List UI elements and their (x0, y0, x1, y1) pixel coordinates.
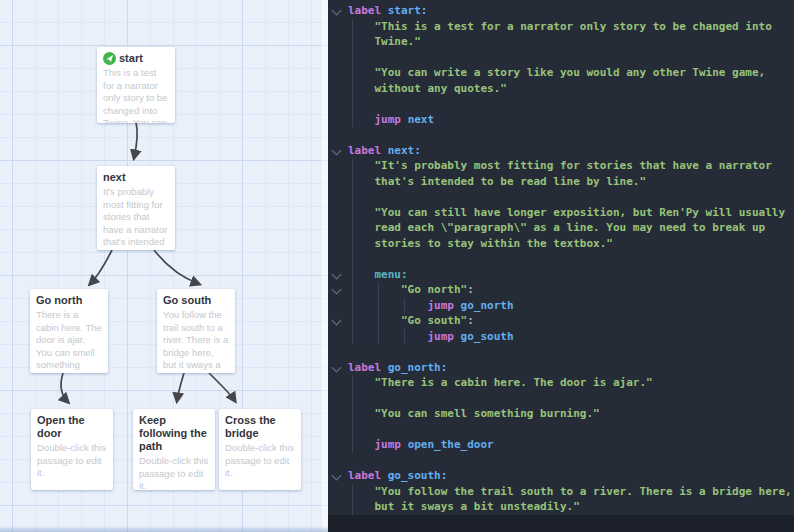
link-arrow-go-south-to-cross-the-bridge (209, 373, 235, 401)
indent-guide (352, 189, 353, 205)
code-line[interactable] (328, 391, 794, 407)
passage-title: next (103, 171, 169, 184)
indent-guide (352, 282, 353, 298)
code-line[interactable]: menu: (328, 267, 794, 283)
code-token-keyword: label (348, 361, 388, 374)
indent-guide (352, 484, 353, 500)
passage-title-text: next (103, 171, 126, 184)
code-line[interactable] (328, 127, 794, 143)
code-token-plain (348, 283, 401, 296)
fold-chevron-icon[interactable] (332, 285, 342, 295)
code-token-string: "This is a test for a narrator only stor… (348, 20, 772, 33)
code-token-string: "You follow the trail south to a river. … (348, 485, 792, 498)
passage-excerpt: Double-click this passage to edit it. (225, 442, 295, 480)
code-token-name: go_north (461, 299, 514, 312)
passage-excerpt: It's probably most fitting for stories t… (103, 186, 169, 249)
indent-guide (352, 50, 353, 66)
code-line[interactable] (328, 422, 794, 438)
code-line[interactable]: without any quotes." (328, 81, 794, 97)
code-line[interactable]: stories to stay within the textbox." (328, 236, 794, 252)
fold-chevron-icon[interactable] (332, 145, 342, 155)
passage-title-text: Open the door (37, 414, 107, 440)
code-line[interactable] (328, 50, 794, 66)
indent-guide (352, 174, 353, 190)
code-token-menu: menu: (375, 268, 408, 281)
indent-guide (352, 96, 353, 112)
code-token-plain (348, 330, 427, 343)
fold-chevron-icon[interactable] (332, 471, 342, 481)
code-line[interactable]: "You can smell something burning." (328, 406, 794, 422)
fold-chevron-icon[interactable] (332, 316, 342, 326)
code-line[interactable]: jump go_south (328, 329, 794, 345)
indent-guide (404, 329, 405, 345)
code-line[interactable] (328, 189, 794, 205)
indent-guide (352, 81, 353, 97)
code-line[interactable]: but it sways a bit unsteadily." (328, 499, 794, 515)
code-line[interactable]: label go_south: (328, 468, 794, 484)
code-token-string: stories to stay within the textbox." (348, 237, 613, 250)
code-line[interactable]: label go_north: (328, 360, 794, 376)
code-line[interactable]: "You can still have longer exposition, b… (328, 205, 794, 221)
code-line[interactable]: "This is a test for a narrator only stor… (328, 19, 794, 35)
code-line[interactable]: label start: (328, 3, 794, 19)
code-line[interactable]: jump open_the_door (328, 437, 794, 453)
code-line[interactable] (328, 251, 794, 267)
fold-chevron-icon[interactable] (332, 269, 342, 279)
code-line[interactable]: "You follow the trail south to a river. … (328, 484, 794, 500)
code-line[interactable]: read each \"paragraph\" as a line. You m… (328, 220, 794, 236)
fold-chevron-icon[interactable] (332, 6, 342, 16)
passage-excerpt: You follow the trail south to a river. T… (163, 309, 229, 373)
passage-node-open-the-door[interactable]: Open the doorDouble-click this passage t… (31, 409, 113, 490)
link-arrow-start-to-next (134, 122, 137, 158)
code-line[interactable]: Twine." (328, 34, 794, 50)
code-line[interactable]: "Go north": (328, 282, 794, 298)
indent-guide (352, 422, 353, 438)
indent-guide (404, 298, 405, 314)
passage-title: Go north (36, 294, 102, 307)
code-text-area[interactable]: label start: "This is a test for a narra… (328, 3, 794, 515)
code-token-string: "You can smell something burning." (348, 407, 600, 420)
code-token-keyword: label (348, 469, 388, 482)
passage-node-keep-following-the-path[interactable]: Keep following the pathDouble-click this… (133, 409, 215, 490)
passage-title-text: Go south (163, 294, 211, 307)
code-token-keyword: label (348, 4, 388, 17)
code-token-string: but it sways a bit unsteadily." (348, 500, 580, 513)
passage-title: Keep following the path (139, 414, 209, 453)
code-line[interactable] (328, 453, 794, 469)
passage-node-start[interactable]: startThis is a test for a narrator only … (97, 47, 175, 123)
indent-guide (352, 499, 353, 515)
passage-title: Go south (163, 294, 229, 307)
story-map-panel[interactable]: startThis is a test for a narrator only … (0, 0, 328, 532)
indent-guide (352, 406, 353, 422)
code-line[interactable]: label next: (328, 143, 794, 159)
code-line[interactable]: "Go south": (328, 313, 794, 329)
code-line[interactable]: "You can write a story like you would an… (328, 65, 794, 81)
passage-title: Open the door (37, 414, 107, 440)
code-token-keyword: label (348, 144, 388, 157)
indent-guide (352, 329, 353, 345)
start-rocket-icon (103, 52, 116, 65)
passage-node-next[interactable]: nextIt's probably most fitting for stori… (97, 166, 175, 250)
passage-excerpt: There is a cabin here. The door is ajar.… (36, 309, 102, 372)
code-line[interactable] (328, 344, 794, 360)
indent-guide (352, 298, 353, 314)
code-line[interactable] (328, 96, 794, 112)
code-token-string: read each \"paragraph\" as a line. You m… (348, 221, 765, 234)
editor-horizontal-scrollbar[interactable] (328, 515, 794, 532)
passage-node-cross-the-bridge[interactable]: Cross the bridgeDouble-click this passag… (219, 409, 301, 490)
code-line[interactable]: "It's probably most fitting for stories … (328, 158, 794, 174)
passage-node-go-south[interactable]: Go southYou follow the trail south to a … (157, 289, 235, 373)
code-line[interactable]: that's intended to be read line by line.… (328, 174, 794, 190)
code-line[interactable]: jump next (328, 112, 794, 128)
code-token-plain: : (467, 283, 474, 296)
indent-guide (352, 158, 353, 174)
code-token-string: "You can still have longer exposition, b… (348, 206, 785, 219)
code-token-string: that's intended to be read line by line.… (348, 175, 646, 188)
code-token-keyword: jump (375, 438, 408, 451)
indent-guide (352, 267, 353, 283)
passage-node-go-north[interactable]: Go northThere is a cabin here. The door … (30, 289, 108, 373)
fold-chevron-icon[interactable] (332, 362, 342, 372)
code-line[interactable]: "There is a cabin here. The door is ajar… (328, 375, 794, 391)
code-editor-panel[interactable]: label start: "This is a test for a narra… (328, 0, 794, 532)
code-line[interactable]: jump go_north (328, 298, 794, 314)
